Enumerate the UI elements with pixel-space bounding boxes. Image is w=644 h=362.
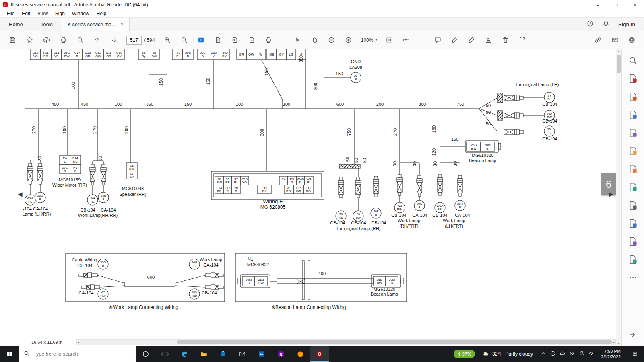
zoom-out-icon[interactable] xyxy=(326,34,338,46)
tray-expand-icon[interactable] xyxy=(540,350,546,358)
scroll-up-icon[interactable]: ▲ xyxy=(616,50,621,53)
file-explorer-icon[interactable] xyxy=(194,346,213,362)
svg-text:600: 600 xyxy=(147,275,155,280)
svg-text:16By: 16By xyxy=(142,51,146,58)
search-icon[interactable] xyxy=(625,51,642,70)
firefox-icon[interactable] xyxy=(291,346,310,362)
page-thumbnails-icon[interactable]: 11 xyxy=(195,34,207,46)
account-avatar-icon[interactable] xyxy=(625,34,638,46)
search-input[interactable] xyxy=(33,351,132,357)
scroll-down-icon[interactable]: ▼ xyxy=(616,342,621,345)
tab-home[interactable]: Home xyxy=(0,18,32,31)
zoom-level-dropdown[interactable]: 100% ▾ xyxy=(361,37,377,43)
menu-item-sign[interactable]: Sign xyxy=(52,10,68,17)
scroll-left-icon[interactable]: ◂ xyxy=(78,340,79,345)
network-icon[interactable] xyxy=(579,350,585,358)
previous-page-icon[interactable] xyxy=(91,34,103,46)
scroll-right-icon[interactable]: ▸ xyxy=(613,340,615,345)
stamp-icon[interactable] xyxy=(482,34,494,46)
notifications-bell-icon[interactable] xyxy=(603,20,609,29)
action-center-icon[interactable] xyxy=(627,351,642,358)
export-pdf-icon[interactable] xyxy=(625,70,642,88)
send-review-icon[interactable] xyxy=(625,251,642,269)
create-pdf-icon[interactable] xyxy=(625,88,642,106)
task-view-icon[interactable] xyxy=(155,346,175,362)
find-icon[interactable] xyxy=(74,34,86,46)
svg-text:F15WR: F15WR xyxy=(296,186,301,193)
fill-sign-icon[interactable] xyxy=(625,232,642,251)
sign-icon[interactable] xyxy=(465,34,477,46)
battery-indicator[interactable]: 97% xyxy=(454,350,475,358)
more-tools-icon[interactable] xyxy=(625,269,642,287)
hand-tool-icon[interactable] xyxy=(309,34,321,46)
comment-icon[interactable] xyxy=(625,142,642,160)
save-icon[interactable] xyxy=(6,34,19,46)
volume-icon[interactable] xyxy=(588,350,594,358)
next-page-icon[interactable] xyxy=(108,34,120,46)
minimize-icon[interactable]: – xyxy=(588,0,607,10)
compress-pdf-icon[interactable] xyxy=(625,178,642,196)
taskbar-clock[interactable]: 7:58 PM 2/12/2022 xyxy=(599,348,623,360)
vertical-scrollbar[interactable]: ▲ ▼ xyxy=(616,49,621,346)
snapshot-icon[interactable] xyxy=(212,34,224,46)
menu-item-help[interactable]: Help xyxy=(93,10,110,17)
organize-pages-icon[interactable] xyxy=(625,160,642,178)
store-icon[interactable] xyxy=(213,346,233,362)
measure-icon[interactable] xyxy=(400,34,412,46)
comment-icon[interactable] xyxy=(431,34,444,46)
next-page-view-icon[interactable] xyxy=(625,325,642,343)
previous-page-arrow-icon[interactable]: ◀ xyxy=(18,191,23,198)
tray-clock-icon[interactable] xyxy=(550,350,556,358)
next-page-arrow-icon[interactable]: ▶ xyxy=(609,191,613,198)
zoom-in-icon[interactable] xyxy=(343,34,355,46)
combine-files-icon[interactable] xyxy=(625,106,642,124)
print-icon[interactable] xyxy=(57,34,69,46)
zoom-tools-icon[interactable] xyxy=(178,34,190,46)
onedrive-icon[interactable] xyxy=(559,350,566,358)
horizontal-scroll-thumb[interactable] xyxy=(177,340,612,344)
maximize-icon[interactable]: □ xyxy=(607,0,625,10)
text-recognition-icon[interactable]: A xyxy=(246,34,258,46)
rotate-pages-icon[interactable] xyxy=(516,34,528,46)
mail-icon[interactable] xyxy=(233,346,252,362)
redact-icon[interactable] xyxy=(625,196,642,214)
menu-item-window[interactable]: Window xyxy=(68,10,93,17)
close-tab-icon[interactable]: × xyxy=(121,21,124,27)
svg-text:C10GY: C10GY xyxy=(116,51,122,58)
menu-item-edit[interactable]: Edit xyxy=(18,10,34,17)
svg-text:20CB: 20CB xyxy=(62,166,68,173)
edge-icon[interactable] xyxy=(175,346,194,362)
horizontal-scrollbar[interactable]: ◂ ▸ xyxy=(76,339,616,345)
acrobat-icon[interactable] xyxy=(310,346,329,362)
help-icon[interactable]: ? xyxy=(587,20,594,29)
export-pdf-icon[interactable] xyxy=(229,34,241,46)
highlight-text-icon[interactable] xyxy=(448,34,460,46)
menu-item-file[interactable]: File xyxy=(3,10,18,17)
tab-tools[interactable]: Tools xyxy=(32,18,62,31)
edit-pdf-icon[interactable] xyxy=(625,124,642,142)
taskbar-search[interactable] xyxy=(19,346,136,362)
share-file-icon[interactable] xyxy=(40,34,52,46)
vertical-scroll-thumb[interactable] xyxy=(617,55,621,73)
fit-width-icon[interactable] xyxy=(383,34,395,46)
weather-widget[interactable]: 32°F Partly cloudy xyxy=(479,350,536,358)
print-production-icon[interactable] xyxy=(263,34,275,46)
svg-text:(LH/FRT): (LH/FRT) xyxy=(445,224,463,228)
favorites-star-icon[interactable] xyxy=(23,34,35,46)
linkedin-icon[interactable]: in xyxy=(252,346,271,362)
close-icon[interactable]: × xyxy=(625,0,644,10)
cortana-icon[interactable] xyxy=(136,346,155,362)
start-button[interactable] xyxy=(0,346,19,362)
tab-document[interactable]: K series service ma... × xyxy=(62,18,130,31)
delete-pages-icon[interactable] xyxy=(499,34,511,46)
sign-in-button[interactable]: Sign In xyxy=(618,21,635,27)
share-link-icon[interactable] xyxy=(592,34,604,46)
select-tool-icon[interactable] xyxy=(292,34,304,46)
people-icon[interactable] xyxy=(569,350,575,358)
page-number-input[interactable] xyxy=(126,36,142,45)
onenote-icon[interactable]: N xyxy=(271,346,291,362)
email-icon[interactable] xyxy=(609,34,621,46)
protect-pdf-icon[interactable] xyxy=(625,214,642,232)
menu-item-view[interactable]: View xyxy=(34,10,52,17)
marquee-zoom-icon[interactable] xyxy=(161,34,173,46)
